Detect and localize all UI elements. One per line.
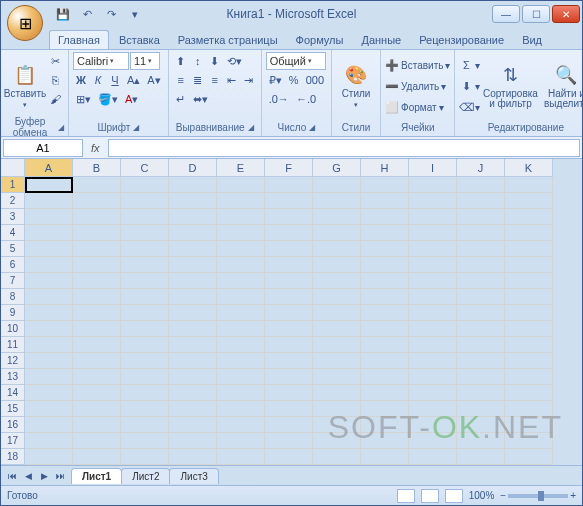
sort-filter-button[interactable]: ⇅ Сортировка и фильтр [482,52,538,120]
clipboard-launcher[interactable]: ◢ [58,123,64,132]
cell-J2[interactable] [457,193,505,209]
cell-I16[interactable] [409,417,457,433]
cell-B18[interactable] [73,449,121,465]
cell-E10[interactable] [217,321,265,337]
cell-K18[interactable] [505,449,553,465]
cell-J13[interactable] [457,369,505,385]
tab-home[interactable]: Главная [49,30,109,49]
tab-formulas[interactable]: Формулы [288,31,352,49]
cell-A16[interactable] [25,417,73,433]
sheet-nav-prev[interactable]: ◀ [21,471,35,481]
cell-F9[interactable] [265,305,313,321]
paste-button[interactable]: 📋 Вставить ▾ [5,52,45,120]
row-header-1[interactable]: 1 [1,177,25,193]
tab-view[interactable]: Вид [514,31,550,49]
cell-C11[interactable] [121,337,169,353]
bold-button[interactable]: Ж [73,71,89,89]
cell-K14[interactable] [505,385,553,401]
tab-review[interactable]: Рецензирование [411,31,512,49]
cell-I3[interactable] [409,209,457,225]
cell-K10[interactable] [505,321,553,337]
cell-B13[interactable] [73,369,121,385]
align-center-button[interactable]: ≣ [190,71,206,89]
cell-G17[interactable] [313,433,361,449]
cell-B8[interactable] [73,289,121,305]
cell-E12[interactable] [217,353,265,369]
tab-data[interactable]: Данные [353,31,409,49]
cell-H11[interactable] [361,337,409,353]
cell-K15[interactable] [505,401,553,417]
zoom-in-button[interactable]: + [570,490,576,501]
normal-view-button[interactable] [397,489,415,503]
cell-F17[interactable] [265,433,313,449]
cell-J8[interactable] [457,289,505,305]
cell-I14[interactable] [409,385,457,401]
cell-F1[interactable] [265,177,313,193]
cell-J11[interactable] [457,337,505,353]
cell-E16[interactable] [217,417,265,433]
cell-B17[interactable] [73,433,121,449]
cell-F5[interactable] [265,241,313,257]
row-header-17[interactable]: 17 [1,433,25,449]
row-header-3[interactable]: 3 [1,209,25,225]
col-header-A[interactable]: A [25,159,73,177]
cell-J3[interactable] [457,209,505,225]
cell-A11[interactable] [25,337,73,353]
cell-I17[interactable] [409,433,457,449]
cell-I8[interactable] [409,289,457,305]
cell-A7[interactable] [25,273,73,289]
cell-A18[interactable] [25,449,73,465]
cell-B9[interactable] [73,305,121,321]
cell-C4[interactable] [121,225,169,241]
cell-F8[interactable] [265,289,313,305]
cell-C6[interactable] [121,257,169,273]
tab-layout[interactable]: Разметка страницы [170,31,286,49]
row-header-18[interactable]: 18 [1,449,25,465]
cell-C12[interactable] [121,353,169,369]
cell-E2[interactable] [217,193,265,209]
cell-H8[interactable] [361,289,409,305]
cell-I4[interactable] [409,225,457,241]
copy-button[interactable]: ⎘ [47,71,64,89]
cell-C8[interactable] [121,289,169,305]
row-header-4[interactable]: 4 [1,225,25,241]
cell-C7[interactable] [121,273,169,289]
cell-K16[interactable] [505,417,553,433]
align-middle-button[interactable]: ↕ [190,52,206,70]
zoom-out-button[interactable]: − [500,490,506,501]
cell-A9[interactable] [25,305,73,321]
cell-F6[interactable] [265,257,313,273]
cell-K7[interactable] [505,273,553,289]
cell-I13[interactable] [409,369,457,385]
merge-button[interactable]: ⬌▾ [190,90,211,108]
sheet-tab-1[interactable]: Лист1 [71,468,122,484]
cell-F7[interactable] [265,273,313,289]
delete-cells-button[interactable]: ➖Удалить ▾ [385,77,450,95]
number-launcher[interactable]: ◢ [309,123,315,132]
cell-I12[interactable] [409,353,457,369]
cell-I2[interactable] [409,193,457,209]
zoom-level[interactable]: 100% [469,490,495,501]
cell-I5[interactable] [409,241,457,257]
cell-D5[interactable] [169,241,217,257]
clear-button[interactable]: ⌫▾ [459,98,480,116]
formula-input[interactable] [108,139,580,157]
cell-H4[interactable] [361,225,409,241]
cell-B5[interactable] [73,241,121,257]
col-header-K[interactable]: K [505,159,553,177]
cell-F12[interactable] [265,353,313,369]
cell-A8[interactable] [25,289,73,305]
col-header-J[interactable]: J [457,159,505,177]
cell-E1[interactable] [217,177,265,193]
cell-J17[interactable] [457,433,505,449]
cell-C9[interactable] [121,305,169,321]
name-box[interactable]: A1 [3,139,83,157]
row-header-7[interactable]: 7 [1,273,25,289]
row-header-15[interactable]: 15 [1,401,25,417]
fill-button[interactable]: ⬇▾ [459,77,480,95]
cell-I11[interactable] [409,337,457,353]
cell-G18[interactable] [313,449,361,465]
cell-J12[interactable] [457,353,505,369]
cell-K3[interactable] [505,209,553,225]
cell-B10[interactable] [73,321,121,337]
